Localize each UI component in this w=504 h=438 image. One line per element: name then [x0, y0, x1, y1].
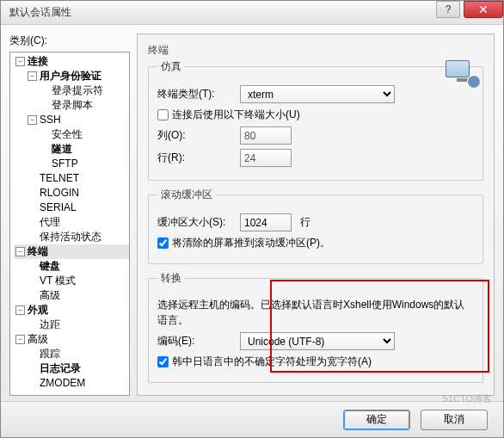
encoding-select[interactable]: Unicode (UTF-8)	[240, 332, 395, 350]
term-type-select[interactable]: xterm	[240, 85, 395, 103]
gear-icon	[468, 76, 480, 88]
scrollback-group: 滚动缓冲区 缓冲区大小(S): 行 将清除的屏幕推到滚动缓冲区(P)。	[148, 188, 483, 264]
cjk-wide-checkbox[interactable]	[157, 356, 169, 367]
encoding-label: 编码(E):	[157, 334, 235, 349]
watermark: 51CTO博客	[443, 392, 492, 405]
tree-proxy[interactable]: 代理	[26, 215, 129, 230]
emulation-group: 仿真 终端类型(T): xterm 连接后使用以下终端大小(U) 列(O): 行…	[148, 59, 483, 181]
tree-sftp[interactable]: SFTP	[38, 157, 129, 171]
collapse-icon[interactable]: −	[15, 247, 25, 256]
tree-logging[interactable]: 日志记录	[26, 361, 129, 376]
buffer-size-label: 缓冲区大小(S):	[157, 215, 235, 230]
translation-group: 转换 选择远程主机的编码。已选择默认语言时Xshell使用Windows的默认语…	[148, 271, 483, 383]
use-size-checkbox[interactable]	[157, 109, 169, 120]
window-title: 默认会话属性	[9, 5, 436, 20]
tree-login-prompt[interactable]: 登录提示符	[38, 83, 129, 98]
tree-trace[interactable]: 跟踪	[26, 347, 129, 361]
rows-input[interactable]	[240, 149, 292, 167]
tree-login-script[interactable]: 登录脚本	[38, 98, 129, 113]
category-label: 类别(C):	[9, 34, 130, 48]
tree-tunnel[interactable]: 隧道	[38, 142, 129, 157]
translation-desc: 选择远程主机的编码。已选择默认语言时Xshell使用Windows的默认语言。	[157, 297, 474, 328]
close-button[interactable]: ✕	[464, 1, 503, 18]
tree-rlogin[interactable]: RLOGIN	[26, 186, 129, 200]
tree-margin[interactable]: 边距	[26, 318, 129, 332]
collapse-icon[interactable]: −	[15, 57, 25, 66]
cjk-wide-label: 韩中日语言中的不确定字符处理为宽字符(A)	[172, 355, 372, 369]
tree-serial[interactable]: SERIAL	[26, 200, 129, 215]
tree-terminal[interactable]: −终端	[14, 244, 129, 259]
tree-advanced[interactable]: −高级	[14, 332, 129, 347]
push-cleared-label: 将清除的屏幕推到滚动缓冲区(P)。	[172, 236, 330, 250]
terminal-icon	[446, 60, 480, 89]
tree-connection[interactable]: −连接	[14, 54, 129, 69]
collapse-icon[interactable]: −	[28, 115, 37, 125]
emulation-legend: 仿真	[157, 59, 185, 74]
dialog-footer: 确定 取消	[1, 401, 503, 437]
tree-vtmode[interactable]: VT 模式	[26, 274, 129, 288]
use-size-label: 连接后使用以下终端大小(U)	[172, 108, 300, 122]
help-button[interactable]: ?	[436, 1, 460, 18]
titlebar: 默认会话属性 ? ✕	[1, 1, 503, 25]
scrollback-legend: 滚动缓冲区	[157, 188, 216, 202]
ok-button[interactable]: 确定	[343, 410, 410, 430]
translation-legend: 转换	[157, 271, 185, 286]
settings-panel: 终端 仿真 终端类型(T): xterm 连接后使用以下终端大小(U) 列(O)…	[137, 34, 495, 396]
push-cleared-checkbox[interactable]	[157, 238, 169, 249]
buffer-size-input[interactable]	[240, 213, 292, 231]
titlebar-buttons: ? ✕	[436, 1, 503, 24]
tree-security[interactable]: 安全性	[38, 127, 129, 142]
tree-zmodem[interactable]: ZMODEM	[26, 376, 129, 391]
cols-label: 列(O):	[157, 128, 235, 143]
collapse-icon[interactable]: −	[15, 305, 25, 315]
tree-appearance[interactable]: −外观	[14, 303, 129, 318]
collapse-icon[interactable]: −	[28, 71, 37, 81]
tree-keepalive[interactable]: 保持活动状态	[26, 230, 129, 244]
tree-keyboard[interactable]: 键盘	[26, 259, 129, 274]
dialog-window: 默认会话属性 ? ✕ 类别(C): −连接 −用户身份验证 登录提示符	[0, 0, 504, 438]
tree-advanced-t[interactable]: 高级	[26, 288, 129, 303]
buffer-unit: 行	[300, 215, 310, 230]
term-type-label: 终端类型(T):	[157, 87, 235, 102]
cols-input[interactable]	[240, 126, 292, 145]
collapse-icon[interactable]: −	[15, 335, 25, 344]
category-tree[interactable]: −连接 −用户身份验证 登录提示符 登录脚本 −SSH	[9, 52, 130, 396]
tree-auth[interactable]: −用户身份验证	[26, 69, 129, 83]
rows-label: 行(R):	[157, 151, 235, 165]
tree-telnet[interactable]: TELNET	[26, 171, 129, 186]
category-panel: 类别(C): −连接 −用户身份验证 登录提示符 登录脚本	[9, 34, 130, 396]
dialog-body: 类别(C): −连接 −用户身份验证 登录提示符 登录脚本	[1, 25, 503, 401]
page-title: 终端	[148, 43, 483, 58]
tree-ssh[interactable]: −SSH	[26, 113, 129, 127]
cancel-button[interactable]: 取消	[421, 410, 488, 430]
